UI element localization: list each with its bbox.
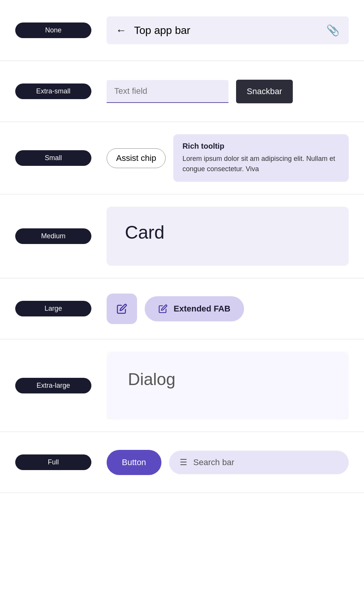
extra-large-content: Dialog	[107, 352, 349, 419]
card: Card	[107, 207, 349, 266]
extra-large-badge: Extra-large	[15, 378, 91, 393]
small-badge: Small	[15, 150, 91, 166]
rich-tooltip: Rich tooltip Lorem ipsum dolor sit am ad…	[173, 134, 349, 182]
none-content: ← Top app bar 📎	[107, 16, 349, 44]
large-badge: Large	[15, 301, 91, 316]
extra-large-row: Extra-large Dialog	[0, 339, 364, 432]
rich-tooltip-title: Rich tooltip	[182, 142, 340, 151]
hamburger-icon: ☰	[180, 458, 187, 467]
top-app-bar: ← Top app bar 📎	[107, 16, 349, 44]
medium-badge: Medium	[15, 228, 91, 244]
fab-button[interactable]	[107, 294, 137, 324]
none-badge: None	[15, 22, 91, 38]
extra-small-row: Extra-small Snackbar	[0, 61, 364, 122]
card-title: Card	[125, 222, 330, 243]
assist-chip-button[interactable]: Assist chip	[107, 148, 166, 168]
medium-row: Medium Card	[0, 194, 364, 278]
search-bar[interactable]: ☰ Search bar	[169, 451, 349, 474]
medium-content: Card	[107, 207, 349, 266]
extended-fab-button[interactable]: Extended FAB	[145, 296, 244, 321]
full-content: Button ☰ Search bar	[107, 450, 349, 475]
top-app-bar-title: Top app bar	[134, 24, 319, 37]
small-row: Small Assist chip Rich tooltip Lorem ips…	[0, 122, 364, 194]
large-row: Large Extended FAB	[0, 278, 364, 339]
extra-small-badge: Extra-small	[15, 83, 91, 99]
dialog-title: Dialog	[128, 370, 327, 389]
none-row: None ← Top app bar 📎	[0, 0, 364, 61]
pencil-icon	[117, 303, 127, 314]
rich-tooltip-text: Lorem ipsum dolor sit am adipiscing elit…	[182, 154, 340, 174]
dialog: Dialog	[107, 352, 349, 419]
large-content: Extended FAB	[107, 294, 349, 324]
full-badge: Full	[15, 454, 91, 470]
extended-fab-pencil-icon	[158, 304, 168, 313]
snackbar: Snackbar	[236, 80, 293, 103]
paperclip-icon[interactable]: 📎	[326, 24, 340, 37]
extended-fab-label: Extended FAB	[174, 304, 230, 314]
text-field-input[interactable]	[107, 80, 228, 103]
extra-small-content: Snackbar	[107, 80, 349, 103]
primary-button[interactable]: Button	[107, 450, 161, 475]
full-row: Full Button ☰ Search bar	[0, 432, 364, 493]
search-bar-placeholder: Search bar	[193, 458, 235, 467]
back-arrow-icon[interactable]: ←	[116, 24, 126, 37]
small-content: Assist chip Rich tooltip Lorem ipsum dol…	[107, 134, 349, 182]
